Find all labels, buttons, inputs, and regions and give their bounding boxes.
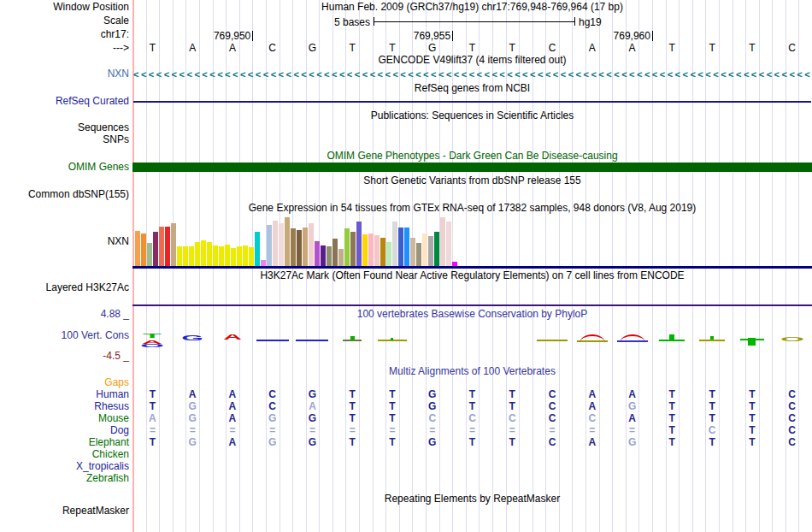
gtex-tissue-bar[interactable] — [135, 231, 140, 266]
track-label[interactable]: SNPs — [0, 134, 132, 145]
gtex-tissue-bar[interactable] — [440, 217, 445, 266]
gtex-tissue-bar[interactable] — [171, 223, 176, 266]
refseq-curated-feature-line[interactable] — [133, 101, 811, 103]
track-label[interactable]: NXN — [0, 236, 132, 247]
track-label: -4.5 _ — [0, 351, 132, 362]
gtex-tissue-bar[interactable] — [321, 245, 326, 266]
gtex-tissue-bar[interactable] — [201, 240, 206, 266]
genome-browser-image[interactable]: Human Feb. 2009 (GRCh37/hg19) chr17:769,… — [0, 0, 812, 532]
gtex-tissue-bar[interactable] — [386, 242, 391, 266]
gtex-tissue-bar[interactable] — [261, 260, 266, 266]
track-title[interactable]: 100 vertebrates Basewise Conservation by… — [132, 309, 812, 320]
gtex-tissue-bar[interactable] — [189, 246, 194, 266]
track-label[interactable]: Dog — [0, 425, 132, 436]
gtex-tissue-bar[interactable] — [434, 232, 439, 266]
gtex-tissue-bar[interactable] — [159, 227, 164, 266]
gtex-tissue-bar[interactable] — [285, 217, 290, 266]
track-title[interactable]: Repeating Elements by RepeatMasker — [132, 494, 812, 505]
gtex-tissue-bar[interactable] — [195, 242, 200, 266]
conservation-logo-letter: G — [172, 334, 213, 340]
gtex-tissue-bar[interactable] — [153, 232, 158, 266]
track-label[interactable]: Gaps — [0, 377, 132, 388]
conservation-line — [699, 340, 725, 341]
gtex-tissue-bar[interactable] — [380, 238, 385, 266]
gtex-tissue-bar[interactable] — [404, 228, 409, 266]
alignment-base: C — [772, 389, 812, 400]
gtex-tissue-bar[interactable] — [374, 235, 380, 266]
omim-gene-bar[interactable] — [132, 163, 812, 172]
track-label[interactable]: Zebrafish — [0, 473, 132, 484]
gtex-tissue-bar[interactable] — [416, 243, 421, 266]
track-label[interactable]: 100 Vert. Cons — [0, 330, 132, 341]
gtex-tissue-bar[interactable] — [332, 239, 338, 266]
track-title[interactable]: OMIM Gene Phenotypes - Dark Green Can Be… — [132, 151, 812, 162]
gencode-nxn-transcript[interactable]: <<<<<<<<<<<<<<<<<<<<<<<<<<<<<<<<<<<<<<<<… — [133, 69, 810, 80]
gtex-tissue-bar[interactable] — [291, 228, 296, 266]
gtex-tissue-bar[interactable] — [344, 228, 350, 266]
track-label[interactable]: NXN — [0, 68, 132, 80]
gtex-tissue-bar[interactable] — [213, 245, 218, 266]
gtex-tissue-bar[interactable] — [267, 225, 272, 266]
gtex-tissue-bar[interactable] — [350, 232, 356, 266]
track-title[interactable]: Short Genetic Variants from dbSNP releas… — [132, 175, 812, 186]
conservation-line — [296, 340, 328, 341]
track-label[interactable]: Mouse — [0, 413, 132, 424]
track-title[interactable]: GENCODE V49lift37 (4 items filtered out) — [132, 55, 812, 66]
track-label[interactable]: Human — [0, 389, 132, 400]
gtex-tissue-bar[interactable] — [327, 246, 332, 266]
alignment-base: = — [132, 425, 173, 436]
gtex-tissue-bar[interactable] — [255, 232, 260, 266]
gtex-tissue-bar[interactable] — [446, 222, 451, 266]
track-label[interactable]: Layered H3K27Ac — [0, 282, 132, 293]
gtex-tissue-bar[interactable] — [177, 246, 182, 266]
track-title[interactable]: H3K27Ac Mark (Often Found Near Active Re… — [132, 270, 812, 281]
h3k27ac-track-line[interactable] — [132, 304, 812, 306]
gtex-tissue-bar[interactable] — [297, 230, 302, 266]
track-label[interactable]: Rhesus — [0, 401, 132, 412]
track-label[interactable]: RepeatMasker — [0, 505, 132, 517]
conservation-logo-letter: T — [130, 333, 175, 340]
gtex-tissue-bar[interactable] — [273, 221, 278, 266]
track-label[interactable]: X_tropicalis — [0, 461, 132, 472]
alignment-base: G — [252, 437, 292, 448]
gtex-tissue-bar[interactable] — [410, 238, 415, 266]
track-label[interactable]: Sequences — [0, 122, 132, 133]
gtex-tissue-bar[interactable] — [147, 243, 152, 266]
track-title[interactable]: Publications: Sequences in Scientific Ar… — [132, 110, 812, 121]
track-label[interactable]: RefSeq Curated — [0, 96, 132, 107]
gtex-tissue-bar[interactable] — [219, 246, 224, 266]
gtex-tissue-bar[interactable] — [315, 241, 320, 266]
gtex-tissue-bar[interactable] — [368, 233, 374, 266]
gtex-tissue-bar[interactable] — [279, 223, 284, 266]
alignment-base: T — [652, 401, 692, 412]
gtex-tissue-bar[interactable] — [225, 245, 230, 266]
gtex-tissue-bar[interactable] — [165, 227, 170, 266]
sequence-base: A — [173, 43, 213, 54]
track-title[interactable]: RefSeq genes from NCBI — [132, 83, 812, 94]
gtex-tissue-bar[interactable] — [362, 234, 368, 266]
gtex-tissue-bar[interactable] — [338, 249, 344, 266]
gtex-tissue-bar[interactable] — [398, 228, 403, 266]
track-title[interactable]: Multiz Alignments of 100 Vertebrates — [132, 366, 812, 377]
track-label[interactable]: OMIM Genes — [0, 162, 132, 173]
track-label[interactable]: Elephant — [0, 437, 132, 448]
gtex-tissue-bar[interactable] — [207, 242, 212, 266]
gtex-tissue-bar[interactable] — [356, 222, 362, 266]
gtex-tissue-bar[interactable] — [428, 236, 433, 266]
gtex-tissue-bar[interactable] — [249, 247, 254, 266]
gtex-tissue-bar[interactable] — [303, 228, 308, 266]
track-label[interactable]: Chicken — [0, 449, 132, 460]
alignment-base: C — [772, 437, 812, 448]
gtex-tissue-bar[interactable] — [183, 246, 188, 266]
track-label[interactable]: Common dbSNP(155) — [0, 189, 132, 200]
gtex-tissue-bar[interactable] — [231, 248, 236, 266]
gtex-tissue-bar[interactable] — [237, 246, 242, 266]
gtex-tissue-bar[interactable] — [309, 223, 314, 266]
track-title[interactable]: Gene Expression in 54 tissues from GTEx … — [132, 203, 812, 214]
gtex-tissue-bar[interactable] — [422, 233, 427, 266]
gtex-tissue-bar[interactable] — [392, 222, 397, 266]
alignment-base: T — [132, 437, 173, 448]
alignment-base: C — [252, 389, 292, 400]
gtex-tissue-bar[interactable] — [141, 233, 146, 266]
gtex-tissue-bar[interactable] — [243, 245, 248, 266]
